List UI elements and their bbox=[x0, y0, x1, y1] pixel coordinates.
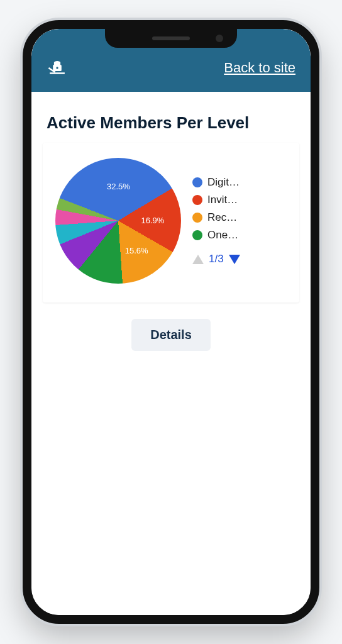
legend-item[interactable]: One… bbox=[192, 229, 293, 242]
svg-point-1 bbox=[56, 67, 58, 69]
pie-slice-label: 15.6% bbox=[125, 245, 148, 255]
back-to-site-link[interactable]: Back to site bbox=[224, 60, 295, 76]
legend-swatch bbox=[192, 230, 202, 240]
legend-pager: 1/3 bbox=[192, 253, 293, 265]
legend-item[interactable]: Rec… bbox=[192, 211, 293, 224]
details-button[interactable]: Details bbox=[131, 319, 211, 351]
chart-card: 32.5%16.9%15.6% Digit…Invit…Rec…One… 1/3 bbox=[43, 143, 299, 303]
phone-camera bbox=[216, 35, 223, 42]
legend-label: Digit… bbox=[207, 176, 240, 189]
legend-swatch bbox=[192, 213, 202, 223]
pie-chart: 32.5%16.9%15.6% bbox=[49, 152, 187, 290]
legend-label: One… bbox=[207, 229, 238, 242]
content-area: Active Members Per Level 32.5%16.9%15.6%… bbox=[31, 92, 311, 615]
legend-swatch bbox=[192, 177, 202, 187]
legend-swatch bbox=[192, 195, 202, 205]
legend-label: Invit… bbox=[207, 194, 238, 206]
app-logo-icon bbox=[47, 57, 68, 79]
legend-item[interactable]: Digit… bbox=[192, 176, 293, 189]
screen: Back to site Active Members Per Level 32… bbox=[31, 29, 311, 615]
legend-item[interactable]: Invit… bbox=[192, 194, 293, 206]
pager-next-icon[interactable] bbox=[229, 255, 240, 264]
legend: Digit…Invit…Rec…One… 1/3 bbox=[187, 176, 293, 265]
pie-slice-label: 32.5% bbox=[107, 182, 130, 191]
pager-prev-icon[interactable] bbox=[192, 255, 204, 264]
card-title: Active Members Per Level bbox=[47, 113, 295, 133]
legend-label: Rec… bbox=[207, 211, 237, 224]
pager-label: 1/3 bbox=[209, 253, 224, 265]
phone-speaker bbox=[152, 36, 190, 40]
pie-slice-label: 16.9% bbox=[141, 216, 165, 225]
phone-notch bbox=[105, 29, 237, 48]
phone-frame: Back to site Active Members Per Level 32… bbox=[23, 20, 319, 624]
